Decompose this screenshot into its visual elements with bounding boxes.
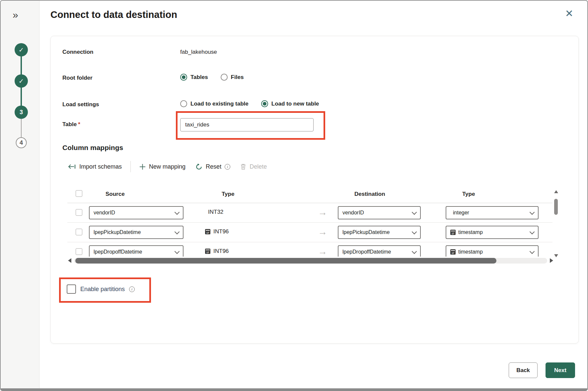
- scroll-down-icon[interactable]: [554, 254, 558, 257]
- check-icon: ✓: [19, 77, 24, 85]
- row-checkbox[interactable]: [76, 229, 82, 235]
- table-name-label: Table*: [62, 121, 80, 128]
- horizontal-scrollbar[interactable]: [68, 257, 553, 265]
- select-all-checkbox[interactable]: [76, 190, 82, 197]
- screenshot: » ✓ ✓ 3 4 Connect to data destination ✕ …: [0, 0, 588, 391]
- chevron-down-icon: [412, 209, 417, 215]
- destination-column-select[interactable]: lpepPickupDatetime: [338, 226, 421, 239]
- chevron-down-icon: [175, 209, 180, 215]
- chevron-down-icon: [412, 229, 417, 234]
- source-type-cell: INT96: [205, 248, 229, 255]
- reset-button[interactable]: Reset: [195, 163, 230, 170]
- scroll-left-icon[interactable]: [68, 258, 71, 263]
- delete-icon: [240, 163, 246, 170]
- enable-partitions-label[interactable]: Enable partitions: [80, 286, 125, 293]
- radio-tables-selected[interactable]: [180, 74, 187, 81]
- step-3-label: 3: [20, 109, 23, 116]
- arrow-right-icon: →: [318, 227, 327, 237]
- import-schemas-icon: [68, 164, 76, 170]
- destination-type-select[interactable]: integer: [446, 206, 539, 219]
- mapping-rows: vendorID INT32 → vendorID integer lpepPi…: [67, 203, 552, 260]
- chevron-down-icon: [175, 249, 180, 254]
- radio-load-existing[interactable]: [180, 100, 187, 107]
- table-name-input[interactable]: [180, 118, 314, 131]
- destination-column-select[interactable]: vendorID: [338, 206, 421, 219]
- source-type-cell: INT96: [205, 228, 229, 235]
- radio-files[interactable]: [221, 74, 228, 81]
- root-folder-radio-group: Tables Files: [180, 74, 253, 81]
- radio-tables-label[interactable]: Tables: [190, 74, 208, 81]
- stepper-sidebar: » ✓ ✓ 3 4: [1, 1, 39, 388]
- radio-load-new-label[interactable]: Load to new table: [271, 101, 319, 107]
- horizontal-scrollbar-thumb[interactable]: [75, 258, 496, 264]
- scroll-up-icon[interactable]: [554, 190, 558, 193]
- scroll-right-icon[interactable]: [550, 258, 553, 263]
- destination-column-header: Destination: [354, 191, 385, 197]
- root-folder-label: Root folder: [62, 75, 93, 81]
- vertical-scrollbar-thumb[interactable]: [554, 199, 558, 215]
- calendar-type-icon: [450, 249, 456, 255]
- calendar-type-icon: [450, 230, 456, 235]
- column-mappings-heading: Column mappings: [62, 144, 123, 152]
- load-settings-label: Load settings: [62, 101, 99, 108]
- chevron-down-icon: [175, 229, 180, 234]
- destination-type-column-header: Type: [462, 191, 475, 197]
- new-mapping-button[interactable]: New mapping: [139, 163, 185, 170]
- toolbar-divider: [130, 161, 131, 172]
- horizontal-scrollbar-track[interactable]: [74, 258, 547, 264]
- mapping-row: lpepPickupDatetime INT96 → lpepPickupDat…: [67, 223, 552, 242]
- chevron-down-icon: [412, 249, 417, 254]
- destination-type-select[interactable]: timestamp: [446, 226, 539, 239]
- reset-info-icon[interactable]: [225, 164, 230, 170]
- mappings-table-header: Source Type Destination Type: [67, 190, 552, 202]
- chevron-down-icon: [530, 209, 535, 215]
- step-1-complete[interactable]: ✓: [15, 43, 28, 56]
- row-checkbox[interactable]: [76, 248, 82, 255]
- reset-icon: [195, 163, 202, 170]
- close-icon[interactable]: ✕: [565, 9, 573, 19]
- partitions-info-icon[interactable]: [129, 286, 135, 292]
- connection-value: fab_lakehouse: [180, 49, 217, 55]
- chevron-down-icon: [530, 229, 535, 234]
- source-column-select[interactable]: lpepPickupDatetime: [89, 226, 184, 239]
- row-checkbox[interactable]: [76, 209, 82, 216]
- vertical-scrollbar[interactable]: [553, 188, 559, 259]
- connection-label: Connection: [62, 49, 94, 55]
- radio-files-label[interactable]: Files: [231, 74, 244, 81]
- source-column-select[interactable]: vendorID: [89, 206, 184, 219]
- enable-partitions-row: Enable partitions: [67, 284, 135, 294]
- mapping-row: vendorID INT32 → vendorID integer: [67, 203, 552, 223]
- type-column-header: Type: [222, 191, 234, 197]
- page-title: Connect to data destination: [50, 9, 177, 20]
- radio-load-new-selected[interactable]: [261, 100, 268, 107]
- step-4-label: 4: [20, 139, 23, 146]
- plus-icon: [139, 164, 146, 170]
- import-schemas-button[interactable]: Import schemas: [68, 163, 122, 170]
- arrow-right-icon: →: [318, 207, 327, 218]
- arrow-right-icon: →: [318, 246, 327, 257]
- back-button[interactable]: Back: [509, 362, 538, 378]
- chevron-down-icon: [530, 249, 535, 254]
- next-button[interactable]: Next: [546, 362, 575, 378]
- load-settings-radio-group: Load to existing table Load to new table: [180, 100, 328, 107]
- expand-panel-icon[interactable]: »: [13, 9, 18, 21]
- source-type-cell: INT32: [205, 209, 223, 215]
- mappings-toolbar: Import schemas New mapping Reset: [68, 160, 267, 174]
- destination-settings-card: Connection fab_lakehouse Root folder Tab…: [50, 36, 579, 344]
- step-4-upcoming[interactable]: 4: [16, 137, 27, 148]
- enable-partitions-checkbox[interactable]: [67, 284, 76, 294]
- required-asterisk: *: [78, 121, 80, 127]
- delete-button-disabled[interactable]: Delete: [240, 163, 267, 170]
- radio-load-existing-label[interactable]: Load to existing table: [190, 101, 249, 107]
- calendar-type-icon: [205, 249, 210, 254]
- check-icon: ✓: [19, 46, 24, 54]
- connect-destination-dialog: » ✓ ✓ 3 4 Connect to data destination ✕ …: [0, 0, 588, 391]
- step-3-current[interactable]: 3: [15, 106, 28, 119]
- step-2-complete[interactable]: ✓: [15, 74, 28, 88]
- source-column-header: Source: [106, 191, 125, 197]
- calendar-type-icon: [205, 229, 210, 234]
